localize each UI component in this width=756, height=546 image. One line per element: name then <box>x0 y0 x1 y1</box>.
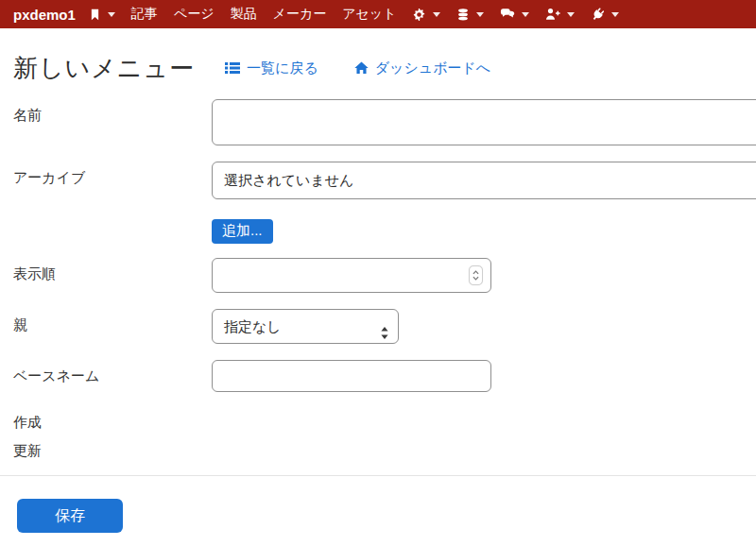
archive-select-display[interactable]: 選択されていません <box>212 162 756 199</box>
chevron-down-icon <box>108 12 115 17</box>
basename-input[interactable] <box>212 360 491 392</box>
bookmark-menu[interactable] <box>89 8 115 22</box>
nav-item-pages[interactable]: ページ <box>174 6 215 23</box>
form-row-parent: 親 指定なし <box>13 309 756 344</box>
footer-divider <box>0 475 756 476</box>
basename-label: ベースネーム <box>13 360 212 392</box>
nav-item-products[interactable]: 製品 <box>231 6 257 23</box>
page-header: 新しいメニュー 一覧に戻る ダッシュボードへ <box>13 53 756 83</box>
list-icon <box>225 61 240 75</box>
parent-label: 親 <box>13 309 212 344</box>
add-button[interactable]: 追加... <box>212 219 273 244</box>
number-stepper[interactable] <box>469 265 483 285</box>
nav-item-assets[interactable]: アセット <box>342 6 396 23</box>
order-input[interactable] <box>212 258 491 293</box>
form-row-archive: アーカイブ 選択されていません 追加... <box>13 162 756 244</box>
parent-select-value: 指定なし <box>224 318 282 334</box>
chevron-down-icon <box>522 12 529 17</box>
nav-item-articles[interactable]: 記事 <box>131 6 158 23</box>
save-button[interactable]: 保存 <box>17 499 123 533</box>
updated-label: 更新 <box>13 441 212 460</box>
form-row-updated: 更新 <box>13 441 756 460</box>
parent-select[interactable]: 指定なし <box>212 309 399 344</box>
gear-icon <box>412 8 426 22</box>
back-to-list-label: 一覧に戻る <box>247 60 318 77</box>
database-icon <box>456 8 470 22</box>
chevron-down-icon <box>567 12 575 17</box>
stepper-down-icon <box>472 276 479 281</box>
top-navbar: pxdemo1 記事 ページ 製品 メーカー アセット <box>0 0 756 28</box>
created-value <box>212 413 756 432</box>
nav-item-makers[interactable]: メーカー <box>273 6 327 23</box>
plug-icon <box>591 8 605 22</box>
archive-label: アーカイブ <box>13 162 212 244</box>
plugin-menu[interactable] <box>591 8 619 22</box>
settings-menu[interactable] <box>412 8 440 22</box>
name-input[interactable] <box>212 99 756 145</box>
form-row-basename: ベースネーム <box>13 360 756 392</box>
select-arrows-icon <box>380 318 389 351</box>
order-label: 表示順 <box>13 258 212 293</box>
bookmark-icon <box>89 8 101 22</box>
brand-link[interactable]: pxdemo1 <box>13 7 76 23</box>
add-user-menu[interactable] <box>545 8 575 21</box>
chevron-down-icon <box>433 12 440 17</box>
page-title: 新しいメニュー <box>13 52 195 85</box>
dashboard-link[interactable]: ダッシュボードへ <box>354 60 490 77</box>
updated-value <box>212 441 756 460</box>
form-row-name: 名前 <box>13 99 756 145</box>
comments-menu[interactable] <box>500 8 529 21</box>
created-label: 作成 <box>13 413 212 432</box>
database-menu[interactable] <box>456 8 484 22</box>
chevron-down-icon <box>611 12 619 17</box>
user-plus-icon <box>545 8 560 21</box>
comments-icon <box>500 8 515 21</box>
form-row-order: 表示順 <box>13 258 756 293</box>
name-label: 名前 <box>13 99 212 145</box>
form-row-created: 作成 <box>13 413 756 432</box>
stepper-up-icon <box>472 270 479 275</box>
chevron-down-icon <box>476 12 484 17</box>
menu-form: 名前 アーカイブ 選択されていません 追加... 表示順 <box>13 99 756 533</box>
back-to-list-link[interactable]: 一覧に戻る <box>225 60 318 77</box>
dashboard-label: ダッシュボードへ <box>375 60 490 77</box>
main-content: 新しいメニュー 一覧に戻る ダッシュボードへ 名前 <box>0 53 756 533</box>
home-icon <box>354 61 369 75</box>
